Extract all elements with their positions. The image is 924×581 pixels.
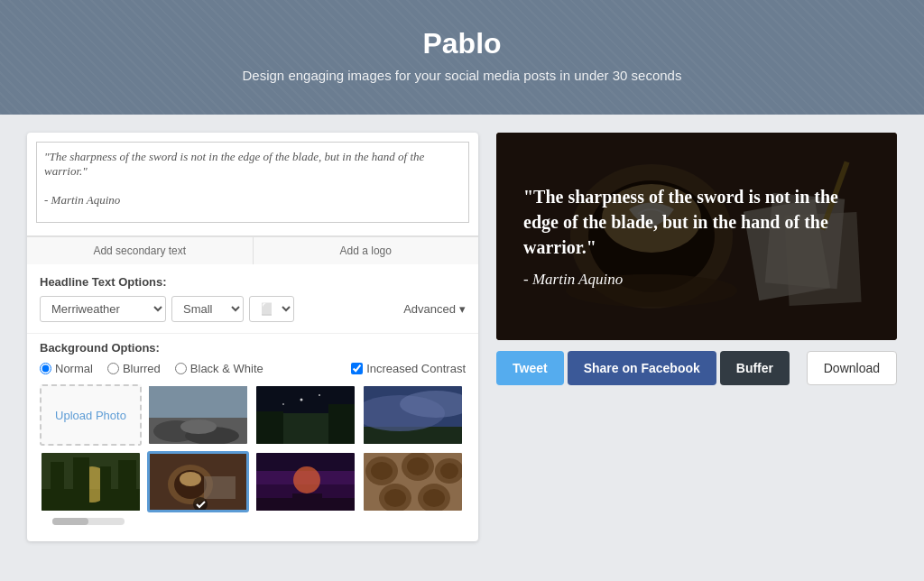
text-input-section: "The sharpness of the sword is not in th…	[27, 133, 478, 236]
background-options-section: Background Options: Normal Blurred Black…	[27, 333, 478, 541]
font-select[interactable]: Merriweather Arial Georgia Helvetica	[40, 296, 166, 322]
color-select[interactable]: ⬜ ⬛	[249, 296, 294, 322]
image-grid: Upload Photo	[40, 384, 466, 512]
svg-rect-27	[204, 476, 236, 499]
size-select[interactable]: Small Medium Large	[171, 296, 244, 322]
headline-controls: Merriweather Arial Georgia Helvetica Sma…	[40, 296, 466, 322]
bg-image-1[interactable]	[147, 384, 249, 446]
svg-point-11	[282, 403, 284, 405]
radio-bw[interactable]	[175, 363, 187, 374]
advanced-button[interactable]: Advanced ▾	[403, 302, 466, 316]
svg-point-33	[293, 466, 320, 493]
bg-label: Background Options:	[40, 341, 466, 355]
bg-image-3[interactable]	[362, 384, 464, 446]
scrollbar-track[interactable]	[52, 518, 125, 525]
app-title: Pablo	[18, 27, 906, 60]
svg-point-28	[193, 497, 208, 512]
editor-panel: "The sharpness of the sword is not in th…	[27, 133, 478, 541]
radio-normal-label[interactable]: Normal	[40, 362, 93, 375]
bg-image-4[interactable]	[40, 451, 142, 512]
svg-point-43	[384, 489, 406, 507]
radio-blurred[interactable]	[107, 363, 119, 374]
svg-point-45	[423, 489, 445, 507]
svg-point-37	[371, 462, 393, 480]
bg-image-5[interactable]	[147, 451, 249, 512]
svg-rect-19	[51, 462, 64, 512]
share-facebook-button[interactable]: Share on Facebook	[568, 351, 716, 385]
headline-options-section: Headline Text Options: Merriweather Aria…	[27, 264, 478, 333]
quote-input[interactable]: "The sharpness of the sword is not in th…	[36, 142, 469, 223]
tweet-button[interactable]: Tweet	[496, 351, 564, 385]
contrast-checkbox[interactable]	[351, 363, 363, 374]
header: Pablo Design engaging images for your so…	[0, 0, 924, 115]
tab-secondary-text[interactable]: Add secondary text	[27, 237, 254, 264]
buffer-button[interactable]: Buffer	[720, 351, 790, 385]
chevron-down-icon: ▾	[459, 302, 466, 316]
svg-rect-4	[149, 386, 249, 418]
radio-normal[interactable]	[40, 363, 51, 374]
radio-blurred-label[interactable]: Blurred	[107, 362, 161, 375]
svg-point-41	[440, 463, 458, 479]
editor-tabs: Add secondary text Add a logo	[27, 236, 478, 264]
image-preview: "The sharpness of the sword is not in th…	[496, 133, 897, 340]
svg-rect-7	[256, 411, 283, 446]
svg-rect-34	[292, 493, 322, 512]
app-subtitle: Design engaging images for your social m…	[18, 68, 906, 83]
radio-bw-label[interactable]: Black & White	[175, 362, 263, 375]
preview-text-overlay: "The sharpness of the sword is not in th…	[496, 133, 897, 340]
download-button[interactable]: Download	[807, 351, 897, 385]
svg-point-3	[180, 420, 217, 434]
svg-point-9	[300, 399, 303, 401]
tab-logo[interactable]: Add a logo	[254, 237, 479, 264]
preview-panel: "The sharpness of the sword is not in th…	[496, 133, 897, 541]
bg-radio-group: Normal Blurred Black & White Increased C…	[40, 362, 466, 375]
contrast-checkbox-label[interactable]: Increased Contrast	[351, 362, 466, 375]
bg-image-6[interactable]	[254, 451, 356, 512]
svg-rect-22	[118, 460, 136, 512]
action-buttons: Tweet Share on Facebook Buffer Download	[496, 351, 897, 385]
svg-rect-20	[73, 457, 89, 512]
preview-quote-text: "The sharpness of the sword is not in th…	[523, 184, 870, 260]
bg-image-7[interactable]	[362, 451, 464, 512]
svg-point-39	[407, 457, 429, 475]
bg-image-2[interactable]	[254, 384, 356, 446]
svg-point-10	[319, 394, 320, 396]
upload-photo-button[interactable]: Upload Photo	[40, 384, 142, 446]
svg-point-26	[180, 472, 201, 486]
scrollbar[interactable]	[40, 512, 466, 530]
scrollbar-thumb[interactable]	[52, 518, 88, 525]
preview-author-text: - Martin Aquino	[523, 271, 870, 289]
svg-rect-8	[328, 404, 356, 446]
svg-rect-21	[100, 466, 111, 512]
headline-label: Headline Text Options:	[40, 275, 466, 289]
